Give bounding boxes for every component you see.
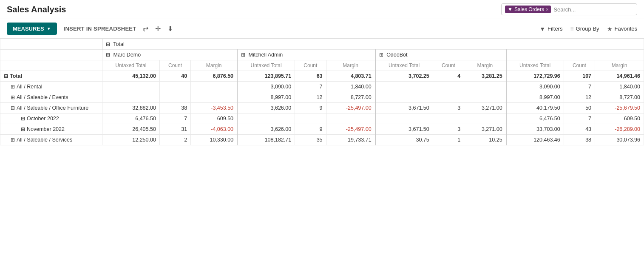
data-cell: 12 [564,92,595,103]
data-cell: -25,497.00 [326,103,375,113]
data-cell: 10.25 [464,135,506,145]
data-cell: 3,090.00 [237,82,295,92]
row-expand-icon[interactable]: ⊞ [21,116,25,122]
data-cell: -25,679.50 [595,103,644,113]
row-expand-icon[interactable]: ⊞ [21,126,25,132]
toolbar-right: ▼ Filters ≡ Group By ★ Favorites [539,26,637,32]
mitchell-count-header: Count [295,60,326,71]
data-cell [375,82,433,92]
page-title: Sales Analysis [7,5,66,14]
measures-button[interactable]: MEASURES ▼ [7,23,57,35]
data-cell [375,92,433,103]
data-cell [295,113,326,124]
col-subgroup-header-row: ⊞ Marc Demo ⊞ Mitchell Admin ⊞ OdooBot [0,50,644,60]
data-cell: 6,476.50 [506,113,564,124]
swap-icon[interactable]: ⇄ [143,25,148,33]
marc-untaxed-header: Untaxed Total [102,60,160,71]
col-group-marc-demo: ⊞ Marc Demo [102,50,238,60]
data-cell: -26,289.00 [595,124,644,135]
data-cell [191,82,237,92]
row-expand-icon[interactable]: ⊞ [11,137,15,143]
data-cell: 7 [295,82,326,92]
insert-spreadsheet-button[interactable]: INSERT IN SPREADSHEET [64,26,136,32]
odoobot-expand-icon[interactable]: ⊞ [379,52,383,58]
data-cell: 30,073.96 [595,135,644,145]
filters-button[interactable]: ▼ Filters [539,26,562,32]
data-cell [159,92,190,103]
data-cell: 3,626.00 [237,124,295,135]
data-cell [375,113,433,124]
row-header-cell: ⊞November 2022 [0,124,102,135]
row-header-cell: ⊞All / Saleable / Events [0,92,102,103]
row-collapse-icon[interactable]: ⊟ [4,73,8,79]
mitchell-admin-label: Mitchell Admin [249,52,283,58]
filter-tag-label: Sales Orders [514,6,544,12]
data-cell: 12 [295,92,326,103]
pivot-table: ⊟ Total ⊞ Marc Demo ⊞ Mitchell Admin [0,39,644,145]
data-cell: 1,840.00 [595,82,644,92]
total-col-header: ⊟ Total [102,39,644,50]
row-header-empty2 [0,50,102,60]
odoo-count-header: Count [433,60,464,71]
download-icon[interactable]: ⬇ [167,25,173,33]
data-cell [433,92,464,103]
data-cell: 3,671.50 [375,124,433,135]
col-sub-header-row: Untaxed Total Count Margin Untaxed Total… [0,60,644,71]
data-cell: 32,882.00 [102,103,160,113]
row-label: All / Saleable / Services [17,137,72,143]
data-cell: 8,727.00 [595,92,644,103]
data-cell [191,92,237,103]
row-collapse-icon[interactable]: ⊟ [11,105,15,111]
star-icon: ★ [607,26,613,32]
data-cell: 50 [564,103,595,113]
data-cell: 26,405.50 [102,124,160,135]
data-cell: 7 [564,82,595,92]
data-cell: 9 [295,124,326,135]
row-label: October 2022 [27,116,59,122]
data-cell [326,113,375,124]
filter-tag[interactable]: ▼ Sales Orders × [505,6,551,13]
data-cell: -25,497.00 [326,124,375,135]
data-cell: 40 [159,71,190,82]
move-icon[interactable]: ✛ [155,25,161,33]
data-cell [102,82,160,92]
col-group-grand-total [506,50,644,60]
data-cell: 3,626.00 [237,103,295,113]
data-cell: 123,895.71 [237,71,295,82]
odoobot-label: OdooBot [386,52,407,58]
data-cell: 63 [295,71,326,82]
table-row: ⊞All / Rental3,090.0071,840.003,090.0071… [0,82,644,92]
favorites-button[interactable]: ★ Favorites [607,26,637,32]
data-cell: 4,803.71 [326,71,375,82]
data-cell: 33,703.00 [506,124,564,135]
marc-demo-label: Marc Demo [113,52,141,58]
data-cell: 108,182.71 [237,135,295,145]
data-cell [464,82,506,92]
row-expand-icon[interactable]: ⊞ [11,84,15,90]
layers-icon: ≡ [570,26,573,32]
data-cell: 107 [564,71,595,82]
total-collapse-icon[interactable]: ⊟ [106,41,110,47]
marc-demo-expand-icon[interactable]: ⊞ [106,52,110,58]
data-cell [433,82,464,92]
filter-tag-close[interactable]: × [546,7,548,12]
data-cell: 172,729.96 [506,71,564,82]
mitchell-margin-header: Margin [326,60,375,71]
mitchell-admin-expand-icon[interactable]: ⊞ [241,52,245,58]
data-cell: 6,476.50 [102,113,160,124]
data-cell: 8,997.00 [237,92,295,103]
data-cell: 3,281.25 [464,71,506,82]
search-input[interactable] [553,6,633,13]
row-expand-icon[interactable]: ⊞ [11,94,15,100]
data-cell: 3,271.00 [464,103,506,113]
row-label: All / Saleable / Office Furniture [17,105,88,111]
groupby-button[interactable]: ≡ Group By [570,26,599,32]
table-row: ⊞October 20226,476.507609.506,476.507609… [0,113,644,124]
data-cell: -4,063.00 [191,124,237,135]
data-cell [102,92,160,103]
row-label: November 2022 [27,126,65,132]
data-cell: 38 [564,135,595,145]
data-cell: 609.50 [191,113,237,124]
data-cell: 1,840.00 [326,82,375,92]
data-cell: 7 [159,113,190,124]
